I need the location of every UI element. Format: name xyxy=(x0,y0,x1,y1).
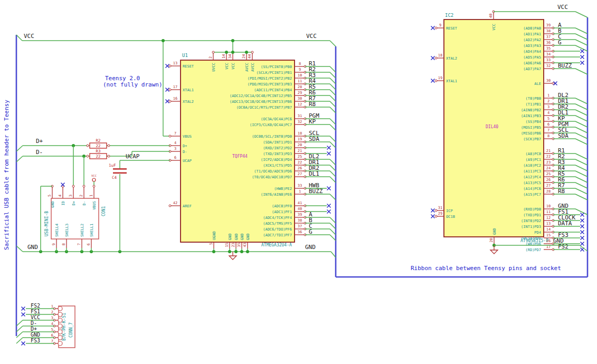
conn7-pad xyxy=(58,312,62,317)
net-label: FS3 xyxy=(31,338,40,343)
pin-number: 30 xyxy=(546,79,551,83)
net-label: D+ xyxy=(31,326,37,332)
wire xyxy=(575,40,587,45)
wire xyxy=(575,165,587,171)
pin-name: (OC0B/SCL/INT0)PD0 xyxy=(252,135,292,139)
pin-number: 22 xyxy=(546,155,551,159)
pin-number: 19 xyxy=(298,137,302,141)
pin-number: 18 xyxy=(438,53,442,58)
net-label: VCC xyxy=(24,33,34,40)
pin-number: 12 xyxy=(546,216,551,220)
pin-terminal xyxy=(169,135,171,137)
pin-terminal xyxy=(87,145,89,147)
pin-name: ALE xyxy=(534,82,541,86)
wire xyxy=(330,142,336,148)
wire xyxy=(330,235,336,241)
pin-number: 28 xyxy=(546,189,551,194)
schematic-drawing: VCCVCCU1TQFP44ATMEGA32U4-A2UVCC14VCC34VC… xyxy=(0,0,597,364)
pin-name: GND xyxy=(234,233,239,240)
pin-number: 24 xyxy=(546,166,551,170)
pin-name: XTAL2 xyxy=(183,100,194,104)
net-label: VCC xyxy=(306,33,317,40)
pin-number: 1 xyxy=(299,189,301,194)
junction-dot xyxy=(231,39,234,42)
note-teensy-line2: (not fully drawn) xyxy=(103,82,163,88)
schematic-canvas: VCCVCCU1TQFP44ATMEGA32U4-A2UVCC14VCC34VC… xyxy=(0,0,597,364)
wire xyxy=(330,41,336,46)
wire xyxy=(575,171,587,177)
net-label: GND xyxy=(31,332,40,338)
wire xyxy=(330,177,336,183)
wire xyxy=(16,332,23,338)
pin-terminal xyxy=(169,100,171,102)
junction-dot xyxy=(228,250,231,253)
ground-symbol xyxy=(490,250,498,254)
pin-number: 4 xyxy=(58,195,62,197)
pin-number: 33 xyxy=(546,58,551,62)
pin-name: (ADC13/OC1B/OC4B/PCINT13)PB6 xyxy=(230,100,292,104)
pin-number: 43 xyxy=(243,243,247,247)
pin-name: (SCLK/PCINT1)PB1 xyxy=(257,71,292,75)
pin-number: 39 xyxy=(546,23,551,27)
resistor-value: 22 xyxy=(96,154,100,159)
pin-number: 7 xyxy=(51,339,53,343)
net-label: SDA xyxy=(558,132,568,139)
pin-name: (OC1A)PD5 xyxy=(521,236,541,241)
pin-number: 33 xyxy=(298,184,302,188)
wire xyxy=(575,139,587,145)
u1-ref: U1 xyxy=(182,53,188,58)
pin-name: AREF xyxy=(183,204,192,208)
conn7-ref: CONN_7 xyxy=(69,322,73,338)
usb-part: USB-MINI-B xyxy=(44,211,49,236)
pin-name: (AD5)PA5 xyxy=(523,55,541,60)
pin-number: 6 xyxy=(87,243,91,245)
pin-number: 1 xyxy=(51,304,53,309)
ic2-ref: IC2 xyxy=(445,13,453,18)
pin-number: 23 xyxy=(231,243,235,247)
pin-number: 14 xyxy=(546,227,551,232)
wire xyxy=(330,124,336,130)
pin-number: 7 xyxy=(77,243,81,245)
pin-number: 5 xyxy=(547,117,549,121)
pin-name: GND xyxy=(51,201,55,208)
pin-number: 41 xyxy=(298,201,302,205)
pin-number: 32 xyxy=(546,64,551,68)
pin-name: (SS/PCINT0)PB0 xyxy=(261,65,292,69)
pin-number: 24 xyxy=(242,54,246,59)
pin-number: 4 xyxy=(547,111,549,115)
pin-name: (A14)PC6 xyxy=(523,187,541,191)
pin-name: UGND xyxy=(212,231,216,240)
pin-name: (MOSI)PB5 xyxy=(521,126,541,130)
note-ribbon-cable: Ribbon cable between Teensy pins and soc… xyxy=(411,265,561,272)
pin-number: 11 xyxy=(546,210,551,214)
wire xyxy=(575,98,587,104)
capacitor-plate xyxy=(113,173,127,174)
pin-number: 3 xyxy=(51,316,53,320)
pin-name: (ADC5/TMS)PF5 xyxy=(263,222,292,226)
pin-terminal xyxy=(435,215,437,217)
pin-terminal xyxy=(435,27,437,29)
pin-number: 19 xyxy=(438,76,442,80)
wire xyxy=(330,119,336,124)
capacitor-plate xyxy=(113,168,127,170)
vcc-power-label: VCC xyxy=(91,174,97,177)
pin-number: 25 xyxy=(546,172,551,176)
pin-terminal xyxy=(552,82,554,84)
pin-name: (AD2)PA2 xyxy=(523,38,541,42)
pin-terminal xyxy=(72,185,74,187)
pin-number: 34 xyxy=(228,54,232,59)
junction-dot xyxy=(246,250,249,253)
pin-number: 31 xyxy=(298,114,302,118)
wire xyxy=(330,159,336,165)
conn7-pad xyxy=(58,341,62,346)
pin-name: (XCK1/CTS)PD5 xyxy=(263,164,292,168)
pin-name: XTAL1 xyxy=(183,88,194,92)
wire xyxy=(575,116,587,121)
ground-symbol xyxy=(229,256,236,260)
pin-number: 31 xyxy=(438,206,442,210)
pin-name: VCC xyxy=(492,24,496,31)
pin-number: 15 xyxy=(546,233,551,237)
pin-number: 13 xyxy=(546,222,551,226)
pin-name: (RD)PD7 xyxy=(525,248,541,252)
pin-name: (ADC7/TDI)PF7 xyxy=(263,233,292,237)
